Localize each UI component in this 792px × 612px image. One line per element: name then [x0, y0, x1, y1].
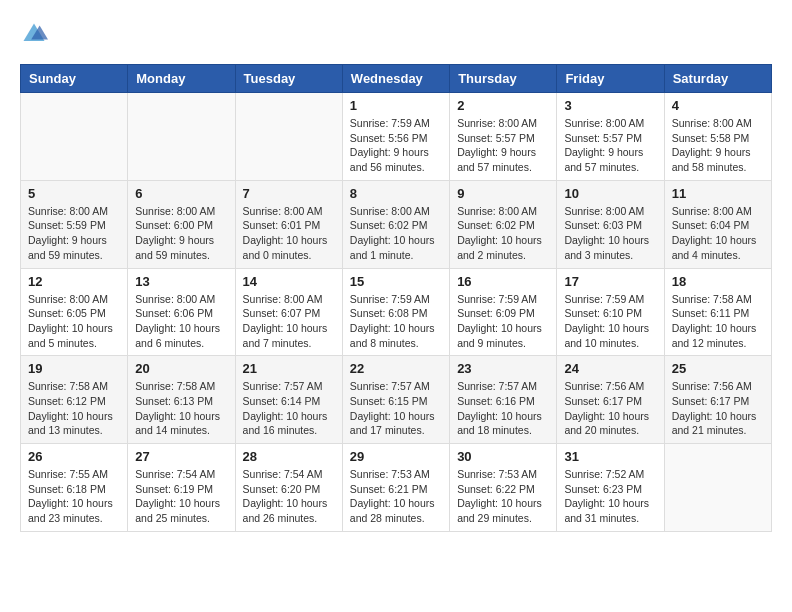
calendar-day-cell: 23Sunrise: 7:57 AM Sunset: 6:16 PM Dayli…: [450, 356, 557, 444]
calendar-day-cell: 26Sunrise: 7:55 AM Sunset: 6:18 PM Dayli…: [21, 444, 128, 532]
calendar-day-cell: 17Sunrise: 7:59 AM Sunset: 6:10 PM Dayli…: [557, 268, 664, 356]
weekday-header-sunday: Sunday: [21, 65, 128, 93]
calendar-week-row: 5Sunrise: 8:00 AM Sunset: 5:59 PM Daylig…: [21, 180, 772, 268]
calendar-day-cell: 2Sunrise: 8:00 AM Sunset: 5:57 PM Daylig…: [450, 93, 557, 181]
day-info: Sunrise: 7:53 AM Sunset: 6:22 PM Dayligh…: [457, 467, 549, 526]
day-number: 20: [135, 361, 227, 376]
calendar-week-row: 26Sunrise: 7:55 AM Sunset: 6:18 PM Dayli…: [21, 444, 772, 532]
day-info: Sunrise: 7:59 AM Sunset: 5:56 PM Dayligh…: [350, 116, 442, 175]
weekday-header-tuesday: Tuesday: [235, 65, 342, 93]
day-info: Sunrise: 7:58 AM Sunset: 6:11 PM Dayligh…: [672, 292, 764, 351]
calendar-day-cell: 4Sunrise: 8:00 AM Sunset: 5:58 PM Daylig…: [664, 93, 771, 181]
calendar-day-cell: 16Sunrise: 7:59 AM Sunset: 6:09 PM Dayli…: [450, 268, 557, 356]
calendar-day-cell: [128, 93, 235, 181]
day-number: 5: [28, 186, 120, 201]
day-info: Sunrise: 7:56 AM Sunset: 6:17 PM Dayligh…: [564, 379, 656, 438]
weekday-header-row: SundayMondayTuesdayWednesdayThursdayFrid…: [21, 65, 772, 93]
calendar-day-cell: 30Sunrise: 7:53 AM Sunset: 6:22 PM Dayli…: [450, 444, 557, 532]
day-info: Sunrise: 8:00 AM Sunset: 5:57 PM Dayligh…: [564, 116, 656, 175]
day-number: 11: [672, 186, 764, 201]
day-info: Sunrise: 7:59 AM Sunset: 6:08 PM Dayligh…: [350, 292, 442, 351]
day-number: 17: [564, 274, 656, 289]
day-info: Sunrise: 7:57 AM Sunset: 6:15 PM Dayligh…: [350, 379, 442, 438]
day-number: 24: [564, 361, 656, 376]
calendar-day-cell: 13Sunrise: 8:00 AM Sunset: 6:06 PM Dayli…: [128, 268, 235, 356]
day-number: 1: [350, 98, 442, 113]
day-number: 8: [350, 186, 442, 201]
calendar-day-cell: 20Sunrise: 7:58 AM Sunset: 6:13 PM Dayli…: [128, 356, 235, 444]
day-number: 31: [564, 449, 656, 464]
calendar-day-cell: 19Sunrise: 7:58 AM Sunset: 6:12 PM Dayli…: [21, 356, 128, 444]
weekday-header-saturday: Saturday: [664, 65, 771, 93]
calendar-day-cell: [664, 444, 771, 532]
calendar-day-cell: 3Sunrise: 8:00 AM Sunset: 5:57 PM Daylig…: [557, 93, 664, 181]
day-info: Sunrise: 8:00 AM Sunset: 6:03 PM Dayligh…: [564, 204, 656, 263]
day-info: Sunrise: 8:00 AM Sunset: 6:04 PM Dayligh…: [672, 204, 764, 263]
calendar-day-cell: 7Sunrise: 8:00 AM Sunset: 6:01 PM Daylig…: [235, 180, 342, 268]
day-info: Sunrise: 8:00 AM Sunset: 6:01 PM Dayligh…: [243, 204, 335, 263]
day-number: 25: [672, 361, 764, 376]
day-number: 21: [243, 361, 335, 376]
day-number: 29: [350, 449, 442, 464]
day-number: 26: [28, 449, 120, 464]
weekday-header-thursday: Thursday: [450, 65, 557, 93]
day-info: Sunrise: 8:00 AM Sunset: 6:02 PM Dayligh…: [350, 204, 442, 263]
calendar-week-row: 12Sunrise: 8:00 AM Sunset: 6:05 PM Dayli…: [21, 268, 772, 356]
day-number: 16: [457, 274, 549, 289]
day-info: Sunrise: 7:59 AM Sunset: 6:09 PM Dayligh…: [457, 292, 549, 351]
day-number: 7: [243, 186, 335, 201]
day-info: Sunrise: 8:00 AM Sunset: 6:00 PM Dayligh…: [135, 204, 227, 263]
day-number: 13: [135, 274, 227, 289]
calendar-day-cell: 25Sunrise: 7:56 AM Sunset: 6:17 PM Dayli…: [664, 356, 771, 444]
calendar-day-cell: [21, 93, 128, 181]
calendar-day-cell: 21Sunrise: 7:57 AM Sunset: 6:14 PM Dayli…: [235, 356, 342, 444]
calendar-table: SundayMondayTuesdayWednesdayThursdayFrid…: [20, 64, 772, 532]
day-number: 23: [457, 361, 549, 376]
day-info: Sunrise: 7:56 AM Sunset: 6:17 PM Dayligh…: [672, 379, 764, 438]
calendar-day-cell: 15Sunrise: 7:59 AM Sunset: 6:08 PM Dayli…: [342, 268, 449, 356]
calendar-day-cell: 11Sunrise: 8:00 AM Sunset: 6:04 PM Dayli…: [664, 180, 771, 268]
day-info: Sunrise: 8:00 AM Sunset: 6:02 PM Dayligh…: [457, 204, 549, 263]
day-number: 18: [672, 274, 764, 289]
day-number: 6: [135, 186, 227, 201]
day-info: Sunrise: 7:55 AM Sunset: 6:18 PM Dayligh…: [28, 467, 120, 526]
day-number: 30: [457, 449, 549, 464]
day-info: Sunrise: 8:00 AM Sunset: 5:57 PM Dayligh…: [457, 116, 549, 175]
calendar-week-row: 19Sunrise: 7:58 AM Sunset: 6:12 PM Dayli…: [21, 356, 772, 444]
weekday-header-friday: Friday: [557, 65, 664, 93]
day-info: Sunrise: 7:52 AM Sunset: 6:23 PM Dayligh…: [564, 467, 656, 526]
calendar-day-cell: 6Sunrise: 8:00 AM Sunset: 6:00 PM Daylig…: [128, 180, 235, 268]
day-number: 15: [350, 274, 442, 289]
calendar-day-cell: 10Sunrise: 8:00 AM Sunset: 6:03 PM Dayli…: [557, 180, 664, 268]
page-header: [20, 20, 772, 48]
day-info: Sunrise: 7:54 AM Sunset: 6:19 PM Dayligh…: [135, 467, 227, 526]
calendar-day-cell: 22Sunrise: 7:57 AM Sunset: 6:15 PM Dayli…: [342, 356, 449, 444]
day-info: Sunrise: 7:57 AM Sunset: 6:16 PM Dayligh…: [457, 379, 549, 438]
calendar-day-cell: 9Sunrise: 8:00 AM Sunset: 6:02 PM Daylig…: [450, 180, 557, 268]
day-number: 19: [28, 361, 120, 376]
weekday-header-wednesday: Wednesday: [342, 65, 449, 93]
calendar-day-cell: 1Sunrise: 7:59 AM Sunset: 5:56 PM Daylig…: [342, 93, 449, 181]
calendar-day-cell: 8Sunrise: 8:00 AM Sunset: 6:02 PM Daylig…: [342, 180, 449, 268]
calendar-day-cell: 27Sunrise: 7:54 AM Sunset: 6:19 PM Dayli…: [128, 444, 235, 532]
calendar-day-cell: 28Sunrise: 7:54 AM Sunset: 6:20 PM Dayli…: [235, 444, 342, 532]
day-info: Sunrise: 8:00 AM Sunset: 6:07 PM Dayligh…: [243, 292, 335, 351]
day-number: 22: [350, 361, 442, 376]
weekday-header-monday: Monday: [128, 65, 235, 93]
day-number: 4: [672, 98, 764, 113]
day-number: 12: [28, 274, 120, 289]
calendar-day-cell: 12Sunrise: 8:00 AM Sunset: 6:05 PM Dayli…: [21, 268, 128, 356]
day-info: Sunrise: 8:00 AM Sunset: 6:06 PM Dayligh…: [135, 292, 227, 351]
day-number: 28: [243, 449, 335, 464]
calendar-day-cell: [235, 93, 342, 181]
day-number: 10: [564, 186, 656, 201]
day-info: Sunrise: 7:57 AM Sunset: 6:14 PM Dayligh…: [243, 379, 335, 438]
calendar-week-row: 1Sunrise: 7:59 AM Sunset: 5:56 PM Daylig…: [21, 93, 772, 181]
day-info: Sunrise: 7:59 AM Sunset: 6:10 PM Dayligh…: [564, 292, 656, 351]
day-info: Sunrise: 7:54 AM Sunset: 6:20 PM Dayligh…: [243, 467, 335, 526]
logo-icon: [20, 20, 48, 48]
calendar-day-cell: 29Sunrise: 7:53 AM Sunset: 6:21 PM Dayli…: [342, 444, 449, 532]
day-info: Sunrise: 8:00 AM Sunset: 5:58 PM Dayligh…: [672, 116, 764, 175]
day-info: Sunrise: 7:58 AM Sunset: 6:13 PM Dayligh…: [135, 379, 227, 438]
day-info: Sunrise: 8:00 AM Sunset: 5:59 PM Dayligh…: [28, 204, 120, 263]
